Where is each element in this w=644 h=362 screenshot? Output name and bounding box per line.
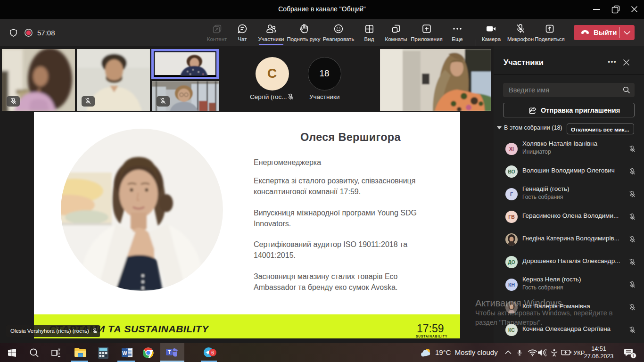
svg-text:W: W [122,350,127,356]
svg-text:T: T [168,350,171,355]
